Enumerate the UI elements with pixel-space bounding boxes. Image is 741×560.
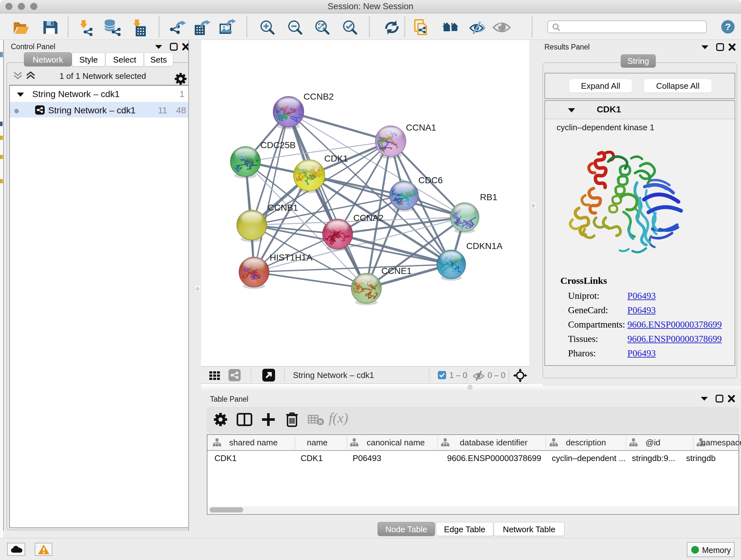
svg-text:CDK1: CDK1: [324, 153, 348, 164]
svg-text:CCNA1: CCNA1: [406, 123, 436, 132]
svg-text:CCNE1: CCNE1: [381, 266, 412, 276]
svg-text:CCNB2: CCNB2: [304, 91, 334, 102]
svg-text:HIST1H1A: HIST1H1A: [270, 253, 313, 262]
svg-text:CDKN1A: CDKN1A: [466, 241, 502, 251]
svg-text:CDC25B: CDC25B: [260, 140, 295, 150]
svg-text:CCNB1: CCNB1: [268, 203, 298, 212]
svg-text:RB1: RB1: [480, 192, 497, 202]
svg-text:CCNA2: CCNA2: [353, 213, 384, 223]
svg-text:CDC6: CDC6: [418, 175, 443, 185]
